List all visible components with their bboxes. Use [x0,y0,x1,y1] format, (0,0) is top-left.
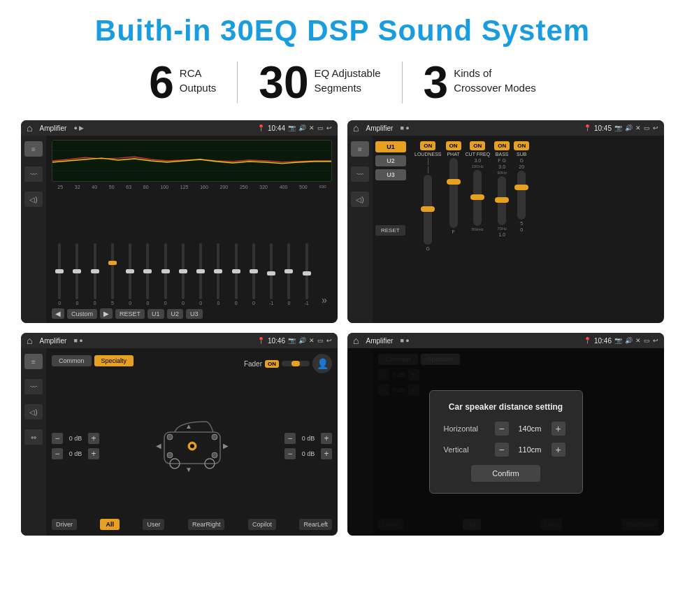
db-row-3: − 0 dB + [284,433,332,444]
screen1-status-bar: ⌂ Amplifier ● ▶ 📍 10:44 📷 🔊 ✕ ▭ ↩ [21,120,338,136]
loudness-slider[interactable] [424,175,432,245]
phat-slider[interactable] [449,158,458,228]
eq-slider-11: 0 [229,243,244,306]
user-btn[interactable]: User [143,519,164,530]
screens-grid: ⌂ Amplifier ● ▶ 📍 10:44 📷 🔊 ✕ ▭ ↩ ≡ 〰 ◁) [21,120,664,536]
screen3-back-icon[interactable]: ↩ [326,337,332,344]
db-row-1: − 0 dB + [52,433,99,444]
eq-slider-2: 0 [69,243,85,306]
screen3-home-icon[interactable]: ⌂ [27,335,32,346]
fader-on-badge[interactable]: ON [265,360,279,368]
minus-btn-1[interactable]: − [52,433,63,444]
eq-slider-3: 0 [87,243,103,306]
all-btn[interactable]: All [100,519,120,530]
bass-toggle[interactable]: ON [494,141,510,150]
screen1-time: 10:44 [268,124,285,132]
crossover-reset-btn[interactable]: RESET [375,225,405,236]
vertical-plus-btn[interactable]: + [551,443,565,457]
wave-icon-3[interactable]: 〰 [24,379,43,394]
fader-person-icon[interactable]: 👤 [312,354,332,373]
rearleft-btn[interactable]: RearLeft [299,519,332,530]
minus-btn-3[interactable]: − [284,433,296,444]
eq-slider-4: 5 [105,243,120,306]
fader-slider[interactable] [282,361,310,366]
eq-slider-5: 0 [122,243,138,306]
sub-slider[interactable] [517,171,526,220]
eq-u2-btn[interactable]: U2 [167,309,184,319]
eq-icon-2[interactable]: ≡ [351,141,369,157]
minus-btn-2[interactable]: − [52,448,63,459]
screen2-crossover-main: ON LOUDNESS G ON PHAT [409,136,664,323]
horizontal-plus-btn[interactable]: + [551,422,565,436]
sub-toggle[interactable]: ON [514,141,529,150]
plus-btn-4[interactable]: + [321,448,332,459]
minus-btn-4[interactable]: − [284,448,296,459]
eq-slider-6: 0 [140,243,155,306]
bass-slider[interactable] [498,176,506,225]
speaker-icon[interactable]: ◁) [24,192,43,207]
vertical-minus-btn[interactable]: − [495,443,509,457]
eq-slider-8: 0 [175,243,191,306]
feature-text-eq: EQ Adjustable Segments [315,60,381,95]
preset-u3[interactable]: U3 [375,169,406,180]
car-diagram-area: ▲ ▼ ◀ ▶ [105,378,279,515]
preset-u1[interactable]: U1 [375,141,406,152]
eq-freq-labels: 25 32 40 50 63 80 100 125 160 200 250 32… [52,185,332,189]
screen2-home-icon[interactable]: ⌂ [353,122,359,134]
driver-btn[interactable]: Driver [52,519,77,530]
screen1-home-icon[interactable]: ⌂ [27,122,32,134]
plus-btn-1[interactable]: + [88,433,99,444]
screen2-status-bar: ⌂ Amplifier ■ ● 📍 10:45 📷 🔊 ✕ ▭ ↩ [347,120,664,136]
screen1-title: Amplifier [39,124,66,132]
screen1-back-icon[interactable]: ↩ [326,124,332,131]
loudness-label: LOUDNESS [414,152,442,157]
speaker-icon-3[interactable]: ◁) [24,404,43,420]
feature-crossover: 3 Kinds of Crossover Modes [403,60,557,105]
speaker-icon-2[interactable]: ◁) [351,192,369,207]
screen3-left-icons: ≡ 〰 ◁) ⇔ [21,348,46,536]
screen4-cam-icon: 📷 [614,337,622,344]
wave-icon-2[interactable]: 〰 [351,166,369,182]
screen3-pin-icon: 📍 [257,337,265,344]
db-row-4: − 0 dB + [284,448,332,459]
rearright-btn[interactable]: RearRight [188,519,225,530]
screen3-status-icons: 📍 10:46 📷 🔊 ✕ ▭ ↩ [257,337,332,345]
feature-line2-eq: Segments [315,80,381,95]
eq-u3-btn[interactable]: U3 [186,309,203,319]
cutfreq-slider[interactable] [473,170,482,226]
eq-play-btn[interactable]: ▶ [100,308,113,319]
eq-reset-btn[interactable]: RESET [115,309,145,319]
eq-icon-3[interactable]: ≡ [24,354,43,369]
eq-u1-btn[interactable]: U1 [147,309,164,319]
screen2-back-icon[interactable]: ↩ [653,124,658,131]
plus-btn-2[interactable]: + [88,448,99,459]
loudness-toggle[interactable]: ON [420,141,435,150]
vertical-value: 110cm [514,445,546,454]
specialty-tab[interactable]: Specialty [94,355,134,366]
feature-number-eq: 30 [259,60,308,105]
screen3-cam-icon: 📷 [288,337,296,344]
preset-u2[interactable]: U2 [375,155,406,166]
horizontal-value: 140cm [514,424,546,433]
screen1-pin-icon: 📍 [257,124,265,131]
screen4-title: Amplifier [366,337,393,345]
screen1-vol-icon: 🔊 [298,124,306,131]
eq-custom-btn[interactable]: Custom [67,309,97,319]
wave-icon[interactable]: 〰 [24,166,43,182]
horizontal-minus-btn[interactable]: − [495,422,509,436]
common-tab[interactable]: Common [52,355,92,366]
screen-fader-panel: ⌂ Amplifier ■ ● 📍 10:46 📷 🔊 ✕ ▭ ↩ ≡ 〰 ◁) [21,333,338,536]
screen4-home-icon[interactable]: ⌂ [353,335,359,346]
copilot-btn[interactable]: Copilot [248,519,276,530]
eq-slider-10: 0 [210,243,226,306]
confirm-btn[interactable]: Confirm [471,465,540,482]
screen-crossover-panel: ⌂ Amplifier ■ ● 📍 10:45 📷 🔊 ✕ ▭ ↩ ≡ 〰 ◁) [347,120,664,323]
eq-prev-btn[interactable]: ◀ [52,308,64,319]
eq-icon[interactable]: ≡ [24,141,43,157]
arrows-icon-3[interactable]: ⇔ [24,429,43,445]
cutfreq-toggle[interactable]: ON [470,141,485,150]
screen4-back-icon[interactable]: ↩ [653,337,658,344]
screen3-tabs: Common Specialty [52,355,134,366]
phat-toggle[interactable]: ON [446,141,461,150]
plus-btn-3[interactable]: + [321,433,332,444]
